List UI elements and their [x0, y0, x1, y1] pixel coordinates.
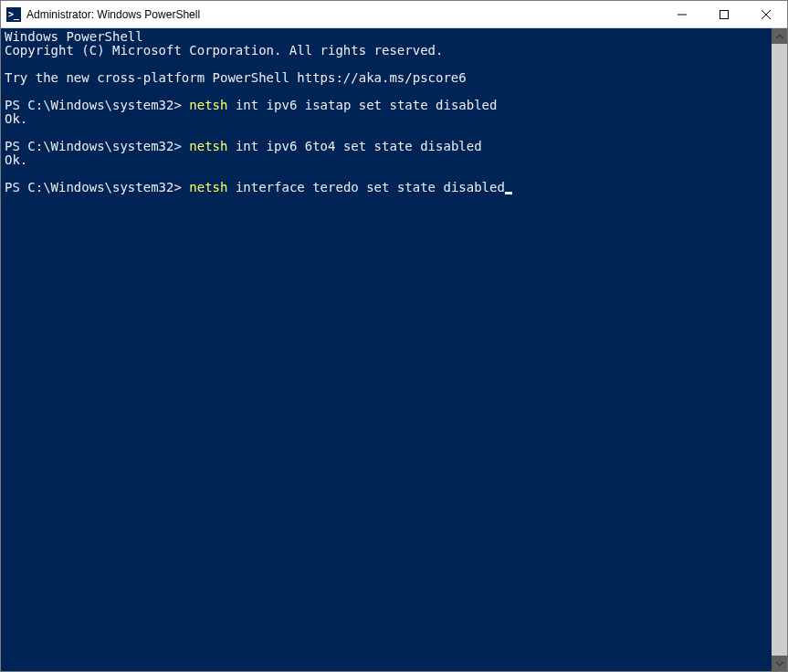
prompt: PS C:\Windows\system32>	[5, 139, 189, 153]
prompt: PS C:\Windows\system32>	[5, 98, 189, 112]
command-rest: int ipv6 isatap set state disabled	[227, 98, 497, 112]
blank-line	[5, 167, 768, 181]
terminal-container: Windows PowerShellCopyright (C) Microsof…	[1, 28, 787, 671]
header-line: Windows PowerShell	[5, 30, 768, 44]
prompt: PS C:\Windows\system32>	[5, 180, 189, 194]
command-highlight: netsh	[189, 180, 227, 194]
chevron-down-icon	[776, 660, 783, 667]
command-line: PS C:\Windows\system32> netsh int ipv6 i…	[5, 99, 768, 112]
scroll-track[interactable]	[772, 44, 787, 656]
minimize-button[interactable]	[661, 1, 703, 27]
svg-rect-1	[720, 10, 729, 18]
chevron-up-icon	[776, 33, 783, 40]
command-highlight: netsh	[189, 139, 227, 153]
command-rest: interface teredo set state disabled	[227, 180, 504, 194]
blank-line	[5, 85, 768, 99]
result-line: Ok.	[5, 153, 768, 167]
maximize-icon	[720, 10, 729, 19]
maximize-button[interactable]	[703, 1, 745, 27]
powershell-icon-glyph: >_	[8, 9, 19, 19]
scroll-thumb[interactable]	[772, 44, 787, 656]
vertical-scrollbar[interactable]	[772, 28, 787, 671]
minimize-icon	[678, 10, 687, 19]
window-title: Administrator: Windows PowerShell	[26, 8, 661, 21]
close-icon	[762, 10, 771, 19]
terminal-output-area[interactable]: Windows PowerShellCopyright (C) Microsof…	[1, 28, 772, 671]
window-titlebar[interactable]: >_ Administrator: Windows PowerShell	[1, 1, 787, 28]
close-button[interactable]	[745, 1, 787, 27]
powershell-icon: >_	[6, 7, 21, 22]
scroll-down-button[interactable]	[772, 656, 787, 671]
window-controls	[661, 1, 787, 27]
blank-line	[5, 58, 768, 71]
command-rest: int ipv6 6to4 set state disabled	[227, 139, 481, 153]
header-line: Copyright (C) Microsoft Corporation. All…	[5, 44, 768, 58]
cursor	[505, 192, 512, 194]
result-line: Ok.	[5, 112, 768, 126]
command-line: PS C:\Windows\system32> netsh interface …	[5, 181, 768, 194]
command-highlight: netsh	[189, 98, 227, 112]
command-line: PS C:\Windows\system32> netsh int ipv6 6…	[5, 140, 768, 153]
scroll-up-button[interactable]	[772, 28, 787, 44]
try-line: Try the new cross-platform PowerShell ht…	[5, 71, 768, 85]
blank-line	[5, 126, 768, 140]
powershell-window: >_ Administrator: Windows PowerShell Win…	[0, 0, 788, 672]
